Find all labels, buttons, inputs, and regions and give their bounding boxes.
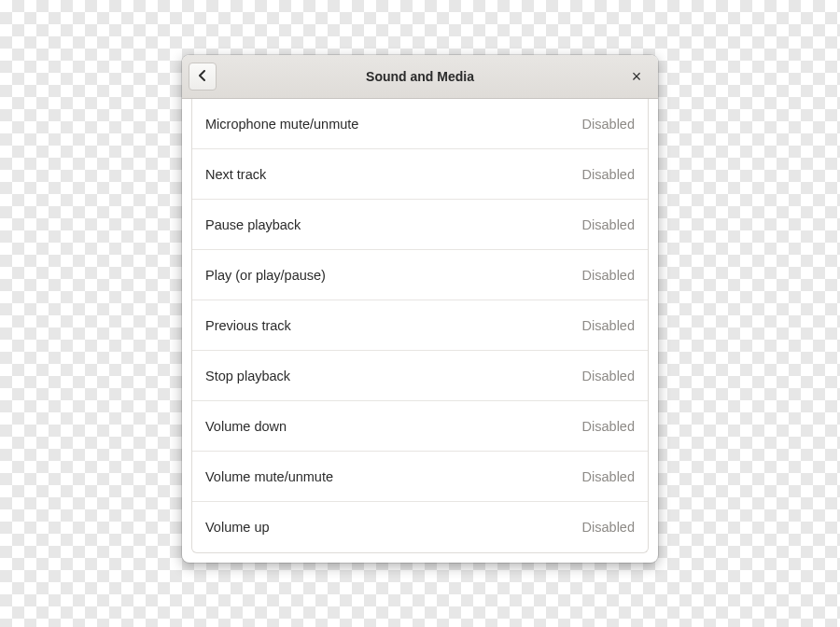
shortcut-row-next-track[interactable]: Next track Disabled (192, 149, 648, 200)
shortcut-value: Disabled (582, 369, 635, 383)
close-button[interactable]: × (623, 63, 651, 91)
shortcut-row-previous-track[interactable]: Previous track Disabled (192, 300, 648, 351)
shortcut-value: Disabled (582, 419, 635, 434)
shortcut-value: Disabled (582, 217, 635, 232)
shortcut-label: Stop playback (205, 369, 290, 383)
shortcut-label: Previous track (205, 318, 291, 333)
shortcut-label: Volume mute/unmute (205, 469, 333, 484)
content-area: Microphone mute/unmute Disabled Next tra… (182, 99, 658, 563)
shortcut-label: Play (or play/pause) (205, 268, 326, 283)
page-title: Sound and Media (182, 69, 658, 84)
shortcut-value: Disabled (582, 268, 635, 283)
shortcut-value: Disabled (582, 117, 635, 132)
header-bar: Sound and Media × (182, 55, 658, 99)
shortcut-value: Disabled (582, 167, 635, 182)
shortcut-row-microphone-mute-unmute[interactable]: Microphone mute/unmute Disabled (192, 99, 648, 149)
shortcut-value: Disabled (582, 469, 635, 484)
shortcut-label: Microphone mute/unmute (205, 117, 358, 132)
shortcut-row-volume-up[interactable]: Volume up Disabled (192, 502, 648, 552)
shortcut-label: Next track (205, 167, 266, 182)
close-icon: × (632, 67, 642, 87)
shortcut-label: Pause playback (205, 217, 301, 232)
shortcut-value: Disabled (582, 520, 635, 535)
shortcut-row-volume-down[interactable]: Volume down Disabled (192, 401, 648, 452)
shortcut-row-volume-mute-unmute[interactable]: Volume mute/unmute Disabled (192, 452, 648, 502)
back-button[interactable] (189, 63, 217, 91)
shortcut-row-play-or-play-pause[interactable]: Play (or play/pause) Disabled (192, 250, 648, 300)
shortcut-list: Microphone mute/unmute Disabled Next tra… (191, 99, 649, 553)
shortcut-label: Volume down (205, 419, 287, 434)
settings-window: Sound and Media × Microphone mute/unmute… (182, 55, 658, 563)
shortcut-label: Volume up (205, 520, 270, 535)
shortcut-value: Disabled (582, 318, 635, 333)
chevron-left-icon (197, 68, 208, 85)
shortcut-row-pause-playback[interactable]: Pause playback Disabled (192, 200, 648, 250)
shortcut-row-stop-playback[interactable]: Stop playback Disabled (192, 351, 648, 401)
